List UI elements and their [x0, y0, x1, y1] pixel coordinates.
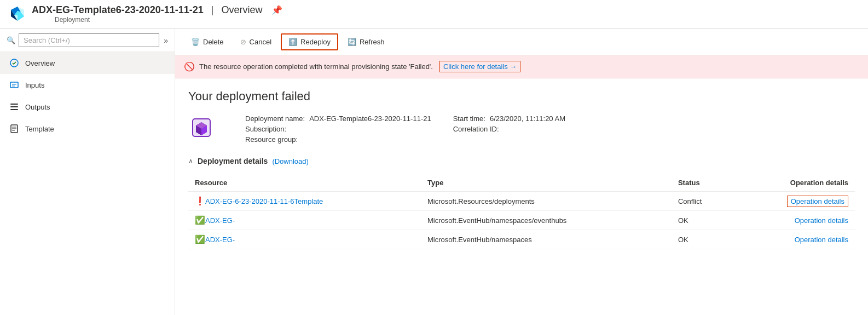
- table-row: ❗ ADX-EG-6-23-2020-11-11-6Template Micro…: [188, 192, 855, 211]
- search-input[interactable]: [19, 33, 159, 47]
- outputs-icon: [9, 101, 20, 112]
- operation-details-link[interactable]: Operation details: [795, 236, 848, 244]
- operation-details-link[interactable]: Operation details: [795, 216, 848, 225]
- alert-details-link[interactable]: Click here for details →: [439, 61, 520, 72]
- title-separator: |: [211, 4, 214, 16]
- main-content: 🗑️ Delete ⊘ Cancel ⬆️ Redeploy 🔄 Refresh…: [175, 29, 868, 315]
- row-success-icon: ✅: [195, 234, 205, 244]
- deployment-name-value: ADX-EG-Template6-23-2020-11-11-21: [309, 114, 431, 123]
- deployment-fields-left: Deployment name: ADX-EG-Template6-23-202…: [245, 114, 431, 144]
- cell-operation-details: Operation details: [732, 230, 855, 249]
- cell-type: Microsoft.Resources/deployments: [421, 192, 672, 211]
- download-link[interactable]: (Download): [272, 157, 308, 165]
- resource-group-label: Resource group:: [245, 135, 298, 144]
- table-row: ✅ ADX-EG- Microsoft.EventHub/namespaces …: [188, 230, 855, 249]
- field-correlation-id: Correlation ID:: [453, 125, 565, 133]
- cell-resource: ❗ ADX-EG-6-23-2020-11-11-6Template: [188, 192, 421, 211]
- row-success-icon: ✅: [195, 215, 205, 225]
- redeploy-label: Redeploy: [300, 38, 331, 46]
- details-section-header: ∧ Deployment details (Download): [188, 157, 855, 165]
- subscription-label: Subscription:: [245, 125, 286, 133]
- field-resource-group: Resource group:: [245, 135, 431, 144]
- field-start-time: Start time: 6/23/2020, 11:11:20 AM: [453, 114, 565, 123]
- inputs-icon: [9, 79, 20, 90]
- deployment-failed-title: Your deployment failed: [188, 89, 855, 104]
- svg-rect-5: [10, 82, 18, 88]
- cell-type: Microsoft.EventHub/namespaces: [421, 230, 672, 249]
- collapse-button[interactable]: »: [164, 36, 168, 45]
- deployment-name-label: Deployment name:: [245, 114, 305, 123]
- chevron-up-icon[interactable]: ∧: [188, 157, 193, 165]
- search-container: 🔍 »: [0, 29, 175, 52]
- cell-status: OK: [672, 230, 732, 249]
- overview-icon: [9, 58, 20, 68]
- cancel-icon: ⊘: [240, 38, 246, 46]
- cell-status: Conflict: [672, 192, 732, 211]
- deployment-table: Resource Type Status Operation details ❗…: [188, 174, 855, 249]
- table-header-row: Resource Type Status Operation details: [188, 174, 855, 192]
- row-error-icon: ❗: [195, 196, 205, 206]
- search-icon: 🔍: [7, 36, 15, 44]
- redeploy-button[interactable]: ⬆️ Redeploy: [281, 33, 338, 50]
- sidebar-item-inputs[interactable]: Inputs: [0, 74, 175, 96]
- toolbar: 🗑️ Delete ⊘ Cancel ⬆️ Redeploy 🔄 Refresh: [175, 29, 868, 55]
- details-section-title: Deployment details: [198, 157, 268, 165]
- start-time-label: Start time:: [453, 114, 485, 123]
- resource-link[interactable]: ADX-EG-: [205, 236, 235, 244]
- cell-resource: ✅ ADX-EG-: [188, 211, 421, 230]
- correlation-label: Correlation ID:: [453, 125, 499, 133]
- resource-type-label: Deployment: [55, 16, 282, 24]
- deployment-cube-icon: [188, 114, 215, 141]
- sidebar-item-outputs-label: Outputs: [25, 103, 50, 111]
- deployment-info: Deployment name: ADX-EG-Template6-23-202…: [188, 114, 855, 144]
- table-row: ✅ ADX-EG- Microsoft.EventHub/namespaces/…: [188, 211, 855, 230]
- delete-label: Delete: [203, 38, 224, 46]
- refresh-button[interactable]: 🔄 Refresh: [340, 34, 392, 50]
- col-resource: Resource: [188, 174, 421, 192]
- sidebar-item-outputs[interactable]: Outputs: [0, 96, 175, 118]
- alert-message: The resource operation completed with te…: [199, 62, 433, 71]
- refresh-label: Refresh: [360, 38, 385, 46]
- nav-items: Overview Inputs Outputs Template: [0, 52, 175, 315]
- delete-button[interactable]: 🗑️ Delete: [184, 34, 231, 50]
- sidebar: 🔍 » Overview Inputs Outputs: [0, 29, 175, 315]
- cancel-label: Cancel: [250, 38, 271, 46]
- start-time-value: 6/23/2020, 11:11:20 AM: [490, 114, 565, 123]
- svg-rect-6: [10, 104, 18, 105]
- col-type: Type: [421, 174, 672, 192]
- sidebar-item-overview[interactable]: Overview: [0, 52, 175, 74]
- resource-link[interactable]: ADX-EG-: [205, 216, 235, 225]
- col-status: Status: [672, 174, 732, 192]
- cell-resource: ✅ ADX-EG-: [188, 230, 421, 249]
- cell-type: Microsoft.EventHub/namespaces/eventhubs: [421, 211, 672, 230]
- alert-error-icon: 🚫: [184, 61, 195, 72]
- redeploy-icon: ⬆️: [288, 38, 297, 46]
- refresh-icon: 🔄: [348, 38, 356, 46]
- operation-details-link[interactable]: Operation details: [787, 196, 848, 207]
- alert-banner: 🚫 The resource operation completed with …: [175, 55, 868, 78]
- resource-link[interactable]: ADX-EG-6-23-2020-11-11-6Template: [205, 197, 323, 205]
- sidebar-item-inputs-label: Inputs: [25, 81, 44, 89]
- azure-logo: [9, 5, 26, 23]
- cancel-button[interactable]: ⊘ Cancel: [233, 34, 279, 50]
- field-subscription: Subscription:: [245, 125, 431, 133]
- sidebar-item-template[interactable]: Template: [0, 118, 175, 140]
- field-deployment-name: Deployment name: ADX-EG-Template6-23-202…: [245, 114, 431, 123]
- page-body: Your deployment failed Deployment n: [175, 78, 868, 260]
- cell-operation-details: Operation details: [732, 211, 855, 230]
- svg-rect-7: [10, 106, 18, 107]
- page-subtitle: Overview: [221, 4, 262, 16]
- page-title: ADX-EG-Template6-23-2020-11-11-21: [32, 4, 204, 16]
- template-icon: [9, 123, 20, 134]
- col-operation-details: Operation details: [732, 174, 855, 192]
- pin-icon[interactable]: 📌: [271, 5, 282, 15]
- sidebar-item-overview-label: Overview: [25, 59, 55, 67]
- svg-rect-8: [10, 109, 18, 110]
- delete-icon: 🗑️: [191, 38, 200, 46]
- cell-operation-details: Operation details: [732, 192, 855, 211]
- deployment-fields-right: Start time: 6/23/2020, 11:11:20 AM Corre…: [453, 114, 565, 144]
- cell-status: OK: [672, 211, 732, 230]
- sidebar-item-template-label: Template: [25, 125, 54, 133]
